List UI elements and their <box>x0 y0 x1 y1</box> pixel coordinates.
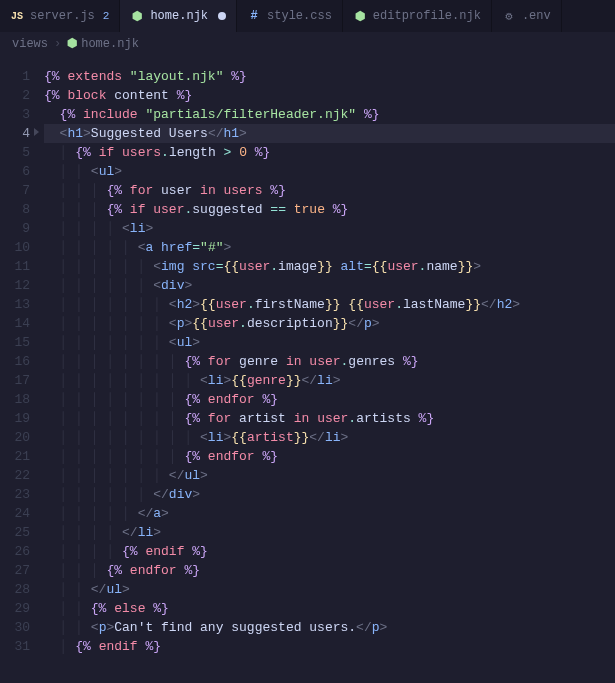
line-number: 23 <box>0 485 30 504</box>
code-line[interactable]: {% extends "layout.njk" %} <box>44 67 615 86</box>
line-number: 27 <box>0 561 30 580</box>
line-number: 25 <box>0 523 30 542</box>
code-line[interactable]: │ │ │ {% endfor %} <box>44 561 615 580</box>
code-line[interactable]: <h1>Suggested Users</h1> <box>44 124 615 143</box>
tab-env[interactable]: ⚙ .env <box>492 0 562 32</box>
code-line[interactable]: │ │ │ │ │ │ │ │ {% for genre in user.gen… <box>44 352 615 371</box>
line-number: 2 <box>0 86 30 105</box>
tab-label: home.njk <box>150 9 208 23</box>
line-number: 20 <box>0 428 30 447</box>
line-number: 5 <box>0 143 30 162</box>
code-line[interactable]: │ │ │ │ │ │ <div> <box>44 276 615 295</box>
line-number: 13 <box>0 295 30 314</box>
code-line[interactable]: │ │ {% else %} <box>44 599 615 618</box>
code-line[interactable]: │ │ <p>Can't find any suggested users.</… <box>44 618 615 637</box>
code-line[interactable]: │ │ │ │ │ │ │ </ul> <box>44 466 615 485</box>
editor-tabs: JS server.js 2 ⬢ home.njk # style.css ⬢ … <box>0 0 615 32</box>
line-number: 21 <box>0 447 30 466</box>
line-number: 26 <box>0 542 30 561</box>
tab-server-js[interactable]: JS server.js 2 <box>0 0 120 32</box>
code-line[interactable]: │ │ │ │ │ │ │ │ {% endfor %} <box>44 390 615 409</box>
breadcrumb-folder[interactable]: views <box>12 37 48 51</box>
breadcrumb-file[interactable]: ⬢ home.njk <box>67 36 139 51</box>
code-line[interactable]: │ │ │ │ │ │ │ <p>{{user.description}}</p… <box>44 314 615 333</box>
line-number: 12 <box>0 276 30 295</box>
tab-label: server.js <box>30 9 95 23</box>
nunjucks-icon: ⬢ <box>130 9 144 23</box>
line-number: 19 <box>0 409 30 428</box>
tab-editprofile-njk[interactable]: ⬢ editprofile.njk <box>343 0 492 32</box>
line-number: 15 <box>0 333 30 352</box>
code-line[interactable]: │ │ │ │ │ │ <img src={{user.image}} alt=… <box>44 257 615 276</box>
line-number: 29 <box>0 599 30 618</box>
line-number: 1 <box>0 67 30 86</box>
code-line[interactable]: │ │ │ │ │ │ │ │ │ <li>{{genre}}</li> <box>44 371 615 390</box>
code-line[interactable]: │ {% endif %} <box>44 637 615 656</box>
line-number: 7 <box>0 181 30 200</box>
tab-badge: 2 <box>103 10 110 22</box>
line-number: 8 <box>0 200 30 219</box>
breadcrumb: views › ⬢ home.njk <box>0 32 615 55</box>
modified-indicator-icon <box>218 12 226 20</box>
gear-icon: ⚙ <box>502 9 516 23</box>
line-number: 18 <box>0 390 30 409</box>
line-number: 14 <box>0 314 30 333</box>
line-number: 4 <box>0 124 30 143</box>
tab-label: editprofile.njk <box>373 9 481 23</box>
js-icon: JS <box>10 9 24 23</box>
line-number: 11 <box>0 257 30 276</box>
line-number: 9 <box>0 219 30 238</box>
code-line[interactable]: {% include "partials/filterHeader.njk" %… <box>44 105 615 124</box>
line-number: 22 <box>0 466 30 485</box>
code-line[interactable]: │ │ │ │ │ │ │ │ │ <li>{{artist}}</li> <box>44 428 615 447</box>
line-number: 16 <box>0 352 30 371</box>
line-number: 24 <box>0 504 30 523</box>
chevron-right-icon: › <box>54 37 61 51</box>
code-line[interactable]: │ │ │ │ {% endif %} <box>44 542 615 561</box>
code-line[interactable]: │ │ │ │ <li> <box>44 219 615 238</box>
code-area[interactable]: {% extends "layout.njk" %} {% block cont… <box>44 55 615 656</box>
code-line[interactable]: │ │ │ {% for user in users %} <box>44 181 615 200</box>
line-number: 30 <box>0 618 30 637</box>
nunjucks-icon: ⬢ <box>353 9 367 23</box>
tab-home-njk[interactable]: ⬢ home.njk <box>120 0 237 32</box>
line-number: 31 <box>0 637 30 656</box>
line-number: 3 <box>0 105 30 124</box>
tab-style-css[interactable]: # style.css <box>237 0 343 32</box>
line-number: 10 <box>0 238 30 257</box>
code-line[interactable]: │ │ │ │ │ <a href="#"> <box>44 238 615 257</box>
code-line[interactable]: {% block content %} <box>44 86 615 105</box>
code-line[interactable]: │ │ │ {% if user.suggested == true %} <box>44 200 615 219</box>
line-number-gutter: 1234567891011121314151617181920212223242… <box>0 55 44 656</box>
code-line[interactable]: │ │ <ul> <box>44 162 615 181</box>
line-number: 28 <box>0 580 30 599</box>
css-icon: # <box>247 9 261 23</box>
code-line[interactable]: │ {% if users.length > 0 %} <box>44 143 615 162</box>
code-line[interactable]: │ │ </ul> <box>44 580 615 599</box>
tab-label: style.css <box>267 9 332 23</box>
code-line[interactable]: │ │ │ │ │ │ │ │ {% endfor %} <box>44 447 615 466</box>
code-editor[interactable]: 1234567891011121314151617181920212223242… <box>0 55 615 656</box>
line-number: 17 <box>0 371 30 390</box>
code-line[interactable]: │ │ │ │ │ │ │ <h2>{{user.firstName}} {{u… <box>44 295 615 314</box>
code-line[interactable]: │ │ │ │ </li> <box>44 523 615 542</box>
code-line[interactable]: │ │ │ │ │ │ </div> <box>44 485 615 504</box>
code-line[interactable]: │ │ │ │ │ │ │ <ul> <box>44 333 615 352</box>
line-number: 6 <box>0 162 30 181</box>
nunjucks-icon: ⬢ <box>67 36 77 51</box>
code-line[interactable]: │ │ │ │ │ │ │ │ {% for artist in user.ar… <box>44 409 615 428</box>
code-line[interactable]: │ │ │ │ │ </a> <box>44 504 615 523</box>
tab-label: .env <box>522 9 551 23</box>
caret-icon <box>34 128 39 136</box>
